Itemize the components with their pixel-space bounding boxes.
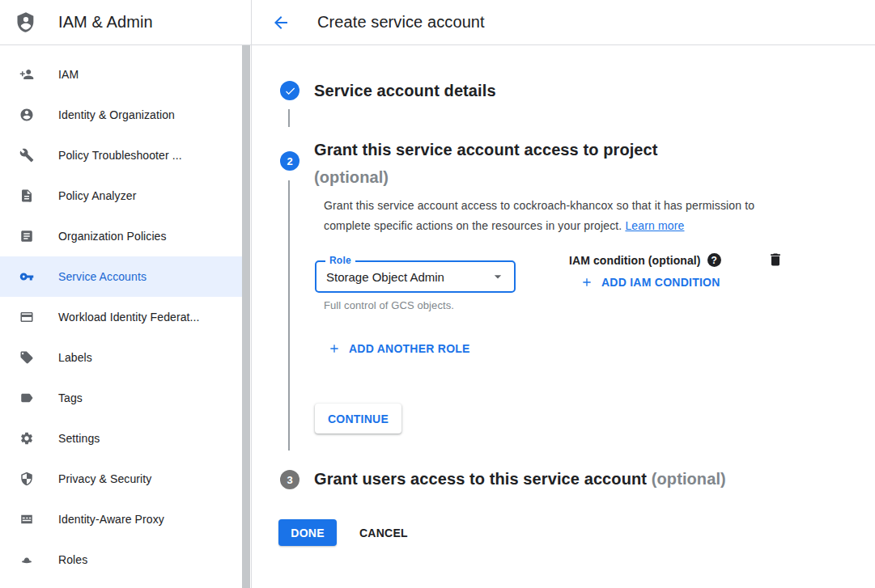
sidebar-item-policy-troubleshooter[interactable]: Policy Troubleshooter ... [0, 135, 242, 176]
sidebar-item-label: Identity & Organization [58, 108, 175, 121]
step2-description: Grant this service account access to coc… [324, 196, 803, 236]
sidebar-item-tags[interactable]: Tags [0, 378, 242, 418]
page-title: Create service account [317, 13, 485, 32]
sidebar-item-label: Roles [58, 553, 87, 566]
role-select[interactable]: Role Storage Object Admin [315, 260, 516, 293]
sidebar-item-identity-organization[interactable]: Identity & Organization [0, 95, 242, 135]
wrench-icon [19, 148, 34, 163]
top-header: IAM & Admin Create service account [0, 0, 875, 45]
step2-title-text: Grant this service account access to pro… [314, 141, 658, 159]
create-service-account-form: Service account details 2 Grant this ser… [252, 45, 875, 588]
learn-more-link[interactable]: Learn more [625, 219, 684, 232]
step2-description-text: Grant this service account access to coc… [324, 199, 754, 232]
sidebar-item-label: Organization Policies [58, 230, 167, 243]
add-another-role-button[interactable]: ADD ANOTHER ROLE [328, 342, 470, 355]
sidebar-item-label: Policy Analyzer [58, 189, 136, 202]
tag-icon [19, 350, 34, 365]
step1-title: Service account details [314, 82, 496, 100]
sidebar-item-policy-analyzer[interactable]: Policy Analyzer [0, 176, 242, 216]
sidebar-item-identity-aware-proxy[interactable]: Identity-Aware Proxy [0, 499, 242, 539]
hat-icon [19, 552, 34, 567]
sidebar-nav: IAM Identity & Organization Policy Troub… [0, 45, 252, 588]
sidebar-item-label: Tags [58, 391, 83, 404]
sidebar-item-settings[interactable]: Settings [0, 418, 242, 459]
chevron-down-icon [490, 269, 506, 285]
sidebar-header: IAM & Admin [0, 0, 252, 44]
add-iam-condition-label: ADD IAM CONDITION [601, 276, 720, 289]
step2-optional-suffix: (optional) [314, 168, 389, 186]
step3-title: Grant users access to this service accou… [314, 470, 726, 489]
role-select-value: Storage Object Admin [326, 262, 444, 291]
sidebar-item-workload-identity-federation[interactable]: Workload Identity Federat... [0, 297, 242, 337]
sidebar-item-label: IAM [58, 68, 79, 81]
trash-icon [767, 252, 784, 268]
continue-button[interactable]: CONTINUE [315, 404, 401, 434]
sidebar-item-label: Identity-Aware Proxy [58, 513, 164, 526]
sidebar-item-service-accounts[interactable]: Service Accounts [0, 256, 242, 297]
gear-icon [19, 431, 34, 446]
step2-number: 2 [287, 155, 292, 167]
plus-icon [580, 276, 593, 289]
sidebar-item-label: Settings [58, 432, 100, 445]
iam-admin-shield-icon [15, 11, 37, 34]
step1-completed-check-icon [280, 81, 299, 100]
sidebar-item-privacy-security[interactable]: Privacy & Security [0, 459, 242, 499]
policy-analyzer-icon [19, 188, 34, 203]
account-circle-icon [19, 108, 34, 122]
sidebar-item-organization-policies[interactable]: Organization Policies [0, 216, 242, 256]
sidebar-scrollbar[interactable] [242, 45, 250, 588]
sidebar-item-label: Privacy & Security [58, 472, 151, 485]
sidebar-item-label: Labels [58, 351, 92, 364]
sidebar-item-label: Service Accounts [58, 270, 147, 283]
role-helper-text: Full control of GCS objects. [324, 299, 454, 311]
sidebar-item-roles[interactable]: Roles [0, 539, 242, 580]
card-icon [19, 310, 34, 324]
striped-box-icon [19, 512, 34, 527]
sidebar-item-label: Workload Identity Federat... [58, 311, 200, 324]
article-icon [19, 229, 34, 243]
iam-condition-label: IAM condition (optional) [569, 254, 701, 267]
half-shield-icon [19, 472, 34, 486]
sidebar-items: IAM Identity & Organization Policy Troub… [0, 54, 242, 580]
done-button[interactable]: DONE [278, 519, 337, 546]
back-arrow-icon[interactable] [271, 13, 291, 32]
person-add-icon [19, 67, 34, 82]
plus-icon [328, 342, 341, 355]
delete-role-button[interactable] [767, 252, 785, 269]
label-arrow-icon [19, 391, 34, 405]
sidebar-item-label: Policy Troubleshooter ... [58, 149, 182, 162]
add-another-role-label: ADD ANOTHER ROLE [349, 342, 470, 355]
iam-admin-console: IAM & Admin Create service account IAM I… [0, 0, 875, 588]
step-connector [288, 109, 290, 127]
service-account-key-icon [19, 269, 34, 284]
step3-title-text: Grant users access to this service accou… [314, 470, 647, 488]
step2-title: Grant this service account access to pro… [314, 136, 767, 191]
help-icon[interactable]: ? [707, 253, 721, 267]
page-header: Create service account [252, 0, 875, 44]
step-connector [288, 180, 290, 451]
iam-condition-header: IAM condition (optional) ? [569, 253, 721, 267]
cancel-button[interactable]: CANCEL [359, 519, 408, 546]
step3-circle: 3 [280, 470, 299, 489]
step3-number: 3 [287, 474, 292, 486]
step2-circle: 2 [280, 151, 299, 171]
sidebar-item-iam[interactable]: IAM [0, 54, 242, 95]
product-title: IAM & Admin [58, 13, 153, 32]
sidebar-item-labels[interactable]: Labels [0, 337, 242, 378]
step3-optional-suffix: (optional) [652, 470, 726, 488]
add-iam-condition-button[interactable]: ADD IAM CONDITION [580, 276, 720, 289]
